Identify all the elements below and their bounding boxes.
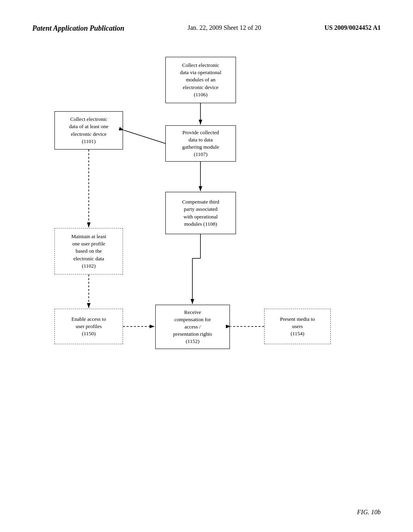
box-1101: Collect electronicdata of at least oneel… <box>54 111 123 150</box>
patent-number: US 2009/0024452 A1 <box>324 24 381 31</box>
page: Patent Application Publication Jan. 22, … <box>0 0 413 532</box>
box-1152: Receivecompensation foraccess /presentat… <box>155 305 230 349</box>
publication-label: Patent Application Publication <box>32 24 124 33</box>
sheet-info: Jan. 22, 2009 Sheet 12 of 20 <box>188 24 261 31</box>
box-1107: Provide collecteddata to datagathering m… <box>165 125 236 162</box>
box-1106: Collect electronicdata via operationalmo… <box>165 57 236 103</box>
box-1102: Maintain at leastone user profilebased o… <box>54 228 123 274</box>
diagram: Collect electronicdata via operationalmo… <box>32 49 381 411</box>
figure-label: FIG. 10b <box>357 509 381 516</box>
box-1108: Compensate thirdparty associatedwith ope… <box>165 192 236 234</box>
box-1154: Present media tousers(1154) <box>264 309 331 344</box>
svg-line-5 <box>124 130 165 143</box>
box-1150: Enable access touser profiles(1150) <box>54 309 123 344</box>
header: Patent Application Publication Jan. 22, … <box>32 24 381 33</box>
